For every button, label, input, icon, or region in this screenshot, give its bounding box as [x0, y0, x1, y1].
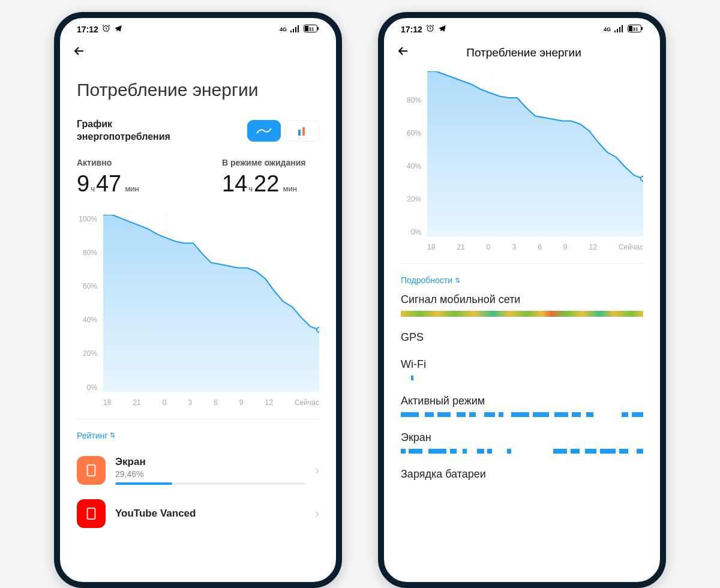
chart-label: График энергопотребления — [77, 118, 170, 143]
battery-icon: 31 — [628, 25, 643, 34]
chevron-right-icon: › — [315, 463, 319, 477]
divider — [401, 263, 643, 264]
activity-bar — [401, 412, 643, 417]
status-time: 17:12 — [401, 25, 422, 34]
sort-icon: ⇅ — [455, 277, 460, 284]
svg-rect-16 — [614, 31, 616, 32]
chart-plot — [103, 215, 319, 392]
detail-title: Зарядка батареи — [401, 468, 643, 481]
header — [60, 37, 336, 69]
detail-title: GPS — [401, 331, 643, 344]
activity-bar — [401, 449, 643, 454]
svg-rect-4 — [298, 25, 299, 32]
signal-4g-icon: 4G — [604, 26, 611, 32]
svg-rect-1 — [290, 31, 292, 32]
header: Потребление энергии — [384, 37, 660, 69]
svg-text:31: 31 — [309, 26, 314, 31]
chevron-right-icon: › — [315, 506, 319, 520]
signal-strength-bar — [401, 311, 643, 317]
back-icon[interactable] — [396, 44, 410, 62]
status-time: 17:12 — [77, 25, 98, 34]
stat-active: Активно 9ч47 мин — [77, 158, 174, 197]
stats-row: Активно 9ч47 мин В режиме ожидания 14ч22… — [77, 158, 319, 197]
phone-right: 17:12 4G 31 Потребление энергии — [378, 12, 666, 588]
app-icon — [77, 499, 106, 528]
app-icon — [77, 456, 106, 485]
detail-title: Сигнал мобильной сети — [401, 293, 643, 306]
chart-type-toggle — [247, 120, 319, 142]
app-percent: 29,46% — [115, 469, 305, 479]
telegram-icon — [114, 24, 122, 34]
battery-chart[interactable]: 100% 80% 60% 40% 20% 0% 18 21 0 3 6 — [77, 215, 319, 407]
back-icon[interactable] — [72, 44, 86, 62]
detail-section: GPS — [401, 331, 643, 344]
status-bar: 17:12 4G 31 — [384, 18, 660, 37]
detail-section: Активный режим — [401, 395, 643, 417]
detail-title: Wi-Fi — [401, 358, 643, 371]
stat-idle-label: В режиме ожидания — [222, 158, 319, 167]
svg-rect-21 — [641, 27, 643, 30]
status-bar: 17:12 4G 31 — [60, 18, 336, 37]
svg-point-25 — [641, 176, 643, 181]
rating-link[interactable]: Рейтинг ⇅ — [77, 431, 115, 440]
svg-rect-9 — [298, 130, 301, 136]
svg-rect-6 — [317, 27, 319, 30]
sort-icon: ⇅ — [110, 431, 115, 439]
chart-y-axis: 100% 80% 60% 40% 20% 0% — [77, 215, 101, 392]
chart-y-axis: 80% 60% 40% 20% 0% — [401, 71, 425, 236]
app-info: Экран 29,46% — [115, 456, 305, 485]
svg-rect-22 — [629, 26, 632, 31]
stat-idle: В режиме ожидания 14ч22 мин — [222, 158, 319, 197]
detail-section: Зарядка батареи — [401, 468, 643, 481]
svg-rect-14 — [88, 508, 95, 518]
divider — [77, 419, 319, 419]
svg-rect-19 — [622, 25, 623, 32]
app-name: YouTube Vanced — [115, 508, 305, 520]
toggle-bar-chart[interactable] — [286, 120, 319, 142]
app-row[interactable]: Экран 29,46% › — [77, 449, 319, 492]
svg-rect-18 — [619, 27, 620, 32]
svg-rect-17 — [617, 29, 618, 32]
header-title: Потребление энергии — [418, 46, 630, 59]
svg-text:31: 31 — [633, 26, 638, 31]
detail-title: Экран — [401, 431, 643, 444]
stat-active-value: 9ч47 мин — [77, 171, 174, 197]
alarm-icon — [426, 24, 434, 34]
detail-section: Wi-Fi — [401, 358, 643, 380]
content-left[interactable]: Потребление энергии График энергопотребл… — [60, 69, 336, 573]
chart-x-axis: 18 21 0 3 6 9 12 Сейчас — [103, 398, 319, 407]
stat-active-label: Активно — [77, 158, 174, 167]
svg-rect-13 — [88, 464, 95, 475]
signal-4g-icon: 4G — [280, 26, 287, 32]
svg-rect-7 — [305, 26, 308, 31]
activity-bar — [401, 376, 643, 380]
chart-header: График энергопотребления — [77, 118, 319, 143]
battery-chart[interactable]: 80% 60% 40% 20% 0% 18 21 0 3 6 9 12 — [401, 71, 643, 251]
detail-title: Активный режим — [401, 395, 643, 407]
phone-left: 17:12 4G 31 Потребление энергии График э… — [54, 12, 342, 588]
app-info: YouTube Vanced — [115, 508, 305, 520]
page-title: Потребление энергии — [77, 80, 319, 100]
stat-idle-value: 14ч22 мин — [222, 171, 319, 197]
detail-section: Экран — [401, 431, 643, 454]
content-right[interactable]: 80% 60% 40% 20% 0% 18 21 0 3 6 9 12 — [384, 69, 660, 573]
toggle-line-chart[interactable] — [247, 120, 281, 142]
app-usage-bar — [115, 482, 305, 485]
svg-rect-2 — [293, 29, 294, 32]
alarm-icon — [102, 24, 110, 34]
svg-point-12 — [317, 327, 319, 332]
app-name: Экран — [115, 456, 305, 468]
svg-rect-10 — [302, 127, 305, 136]
battery-icon: 31 — [304, 25, 319, 34]
signal-bars-icon — [290, 25, 300, 34]
telegram-icon — [438, 24, 446, 34]
detail-section: Сигнал мобильной сети — [401, 293, 643, 317]
chart-x-axis: 18 21 0 3 6 9 12 Сейчас — [427, 243, 643, 251]
chart-plot — [427, 71, 643, 236]
signal-bars-icon — [614, 25, 624, 34]
details-link[interactable]: Подробности ⇅ — [401, 275, 460, 285]
app-row[interactable]: YouTube Vanced › — [77, 492, 319, 535]
svg-rect-3 — [295, 27, 296, 32]
